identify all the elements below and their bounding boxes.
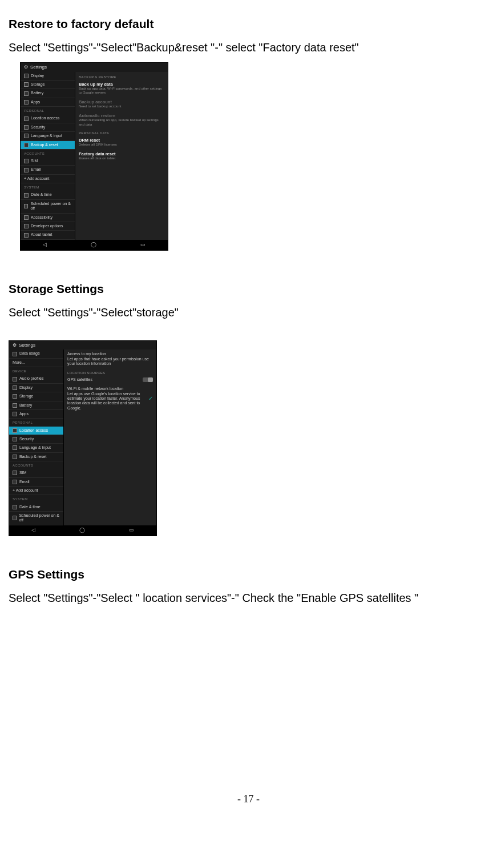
sidebar-category-device: DEVICE [9, 367, 63, 375]
sidebar-category-accounts: ACCOUNTS [9, 461, 63, 469]
sidebar-item-security[interactable]: Security [21, 123, 75, 132]
text-storage: Select "Settings"-"Select"storage" [9, 306, 488, 319]
panel-item-factory-reset[interactable]: Factory data reset Erases all data on ta… [79, 151, 164, 160]
sidebar-item-location[interactable]: Location access [21, 114, 75, 123]
text-restore: Select "Settings"-"Select"Backup&reset "… [9, 41, 488, 54]
settings-sidebar: Display Storage Battery Apps PERSONAL Lo… [21, 72, 75, 240]
screenshot-titlebar: ⚙ Settings [9, 341, 156, 350]
sidebar-item-data-usage[interactable]: Data usage [9, 349, 63, 358]
sidebar-item-email[interactable]: Email [21, 166, 75, 174]
screenshot-title: Settings [30, 65, 47, 70]
gear-icon: ⚙ [13, 343, 17, 348]
panel-heading-sources: LOCATION SOURCES [67, 371, 153, 375]
panel-heading-personal: PERSONAL DATA [79, 131, 164, 135]
sidebar-item-date[interactable]: Date & time [21, 191, 75, 199]
sidebar-item-more[interactable]: More... [9, 359, 63, 367]
sidebar-item-language[interactable]: Language & input [21, 132, 75, 140]
clock-icon [13, 505, 17, 509]
home-icon[interactable]: ◯ [79, 527, 85, 533]
sidebar-item-scheduled[interactable]: Scheduled power on & off [9, 512, 63, 525]
security-icon [13, 437, 17, 441]
sidebar-item-scheduled[interactable]: Scheduled power on & off [21, 200, 75, 214]
info-icon [24, 233, 29, 238]
display-icon [13, 385, 17, 390]
sidebar-item-date[interactable]: Date & time [9, 503, 63, 512]
panel-heading-backup: BACKUP & RESTORE [79, 75, 164, 79]
check-icon[interactable]: ✓ [148, 395, 153, 402]
language-icon [13, 445, 17, 450]
backup-icon [24, 143, 29, 147]
power-icon [24, 204, 28, 208]
sidebar-item-about[interactable]: About tablet [21, 231, 75, 239]
screenshot-backup-reset: ⚙ Settings Display Storage Battery Apps … [20, 62, 168, 251]
sidebar-item-sim[interactable]: SIM [21, 157, 75, 166]
panel-item-backup-data[interactable]: Back up my data Back up app data, Wi-Fi … [79, 82, 164, 95]
toggle-icon[interactable] [143, 377, 153, 382]
sidebar-item-apps[interactable]: Apps [9, 410, 63, 419]
sidebar-item-location[interactable]: Location access [9, 427, 63, 435]
back-icon[interactable]: ◁ [31, 527, 35, 533]
sidebar-category-system: SYSTEM [9, 495, 63, 503]
sidebar-item-display[interactable]: Display [9, 384, 63, 392]
home-icon[interactable]: ◯ [91, 242, 96, 248]
android-navbar: ◁ ◯ ▭ [9, 525, 156, 536]
panel-item-access-location[interactable]: Access to my location Let apps that have… [67, 352, 153, 366]
sidebar-item-backup[interactable]: Backup & reset [21, 141, 75, 150]
clock-icon [24, 193, 29, 198]
sidebar-item-battery[interactable]: Battery [9, 401, 63, 410]
sidebar-item-email[interactable]: Email [9, 478, 63, 487]
sim-icon [24, 159, 29, 163]
panel-item-backup-account[interactable]: Backup account Need to set backup accoun… [79, 99, 164, 108]
panel-item-gps[interactable]: GPS satellites [67, 377, 153, 382]
screenshot-title: Settings [19, 343, 35, 348]
sidebar-category-personal: PERSONAL [21, 107, 75, 114]
location-icon [13, 428, 17, 433]
recent-icon[interactable]: ▭ [140, 242, 146, 248]
sidebar-category-system: SYSTEM [21, 183, 75, 191]
audio-icon [13, 377, 17, 381]
sidebar-item-add-account[interactable]: + Add account [9, 487, 63, 495]
screenshot-titlebar: ⚙ Settings [21, 63, 168, 72]
sidebar-item-language[interactable]: Language & input [9, 444, 63, 452]
display-icon [24, 74, 29, 78]
storage-icon [13, 394, 17, 399]
sidebar-item-accessibility[interactable]: Accessibility [21, 214, 75, 222]
sidebar-category-accounts: ACCOUNTS [21, 150, 75, 157]
android-navbar: ◁ ◯ ▭ [21, 240, 168, 250]
accessibility-icon [24, 215, 29, 220]
settings-sidebar: Data usage More... DEVICE Audio profiles… [9, 349, 64, 525]
apps-icon [24, 100, 29, 105]
sidebar-item-developer[interactable]: Developer options [21, 222, 75, 231]
sim-icon [13, 471, 17, 475]
sidebar-item-add-account[interactable]: + Add account [21, 175, 75, 183]
text-gps: Select "Settings"-"Select " location ser… [9, 592, 488, 605]
sidebar-item-security[interactable]: Security [9, 435, 63, 444]
sidebar-item-audio[interactable]: Audio profiles [9, 375, 63, 383]
page-number: - 17 - [9, 793, 488, 805]
heading-restore: Restore to factory default [9, 17, 488, 31]
power-icon [13, 516, 17, 520]
sidebar-item-storage[interactable]: Storage [21, 81, 75, 89]
sidebar-item-battery[interactable]: Battery [21, 89, 75, 98]
recent-icon[interactable]: ▭ [129, 527, 134, 533]
panel-item-auto-restore[interactable]: Automatic restore When reinstalling an a… [79, 113, 164, 126]
heading-storage: Storage Settings [9, 282, 488, 296]
email-icon [24, 168, 29, 172]
sidebar-item-display[interactable]: Display [21, 72, 75, 81]
apps-icon [13, 412, 17, 416]
sidebar-item-backup[interactable]: Backup & reset [9, 453, 63, 461]
panel-item-drm-reset[interactable]: DRM reset Deletes all DRM licenses [79, 138, 164, 147]
sidebar-item-storage[interactable]: Storage [9, 392, 63, 401]
location-icon [24, 116, 29, 121]
battery-icon [24, 91, 29, 96]
sidebar-item-sim[interactable]: SIM [9, 469, 63, 477]
sidebar-item-apps[interactable]: Apps [21, 98, 75, 107]
language-icon [24, 134, 29, 138]
settings-panel: Access to my location Let apps that have… [64, 349, 156, 525]
storage-icon [24, 82, 29, 87]
battery-icon [13, 403, 17, 408]
back-icon[interactable]: ◁ [43, 242, 47, 248]
dev-icon [24, 224, 29, 228]
panel-item-wifi-location[interactable]: Wi-Fi & mobile network location Let apps… [67, 387, 153, 411]
settings-panel: BACKUP & RESTORE Back up my data Back up… [75, 72, 168, 240]
